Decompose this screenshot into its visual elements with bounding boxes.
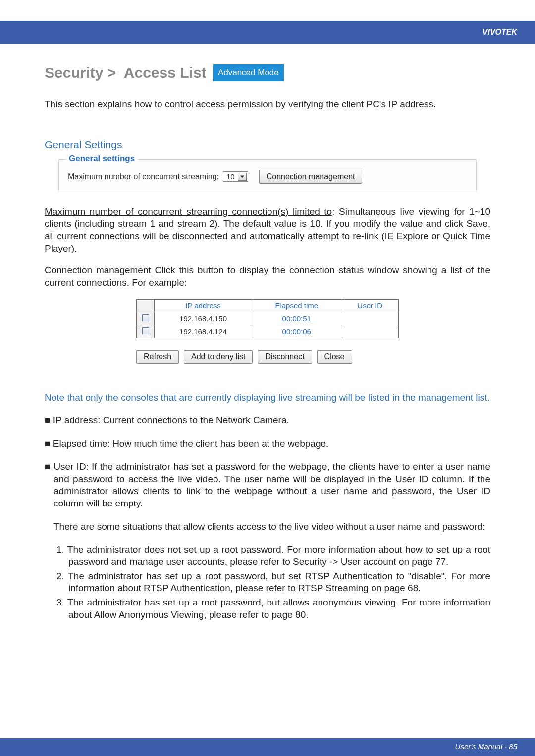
max-streaming-label: Maximum number of concurrent streaming: (68, 172, 219, 181)
row-checkbox-cell (137, 325, 155, 338)
page-footer: User's Manual - 85 (0, 738, 535, 756)
add-to-deny-list-button[interactable]: Add to deny list (184, 350, 253, 364)
checkbox-header (137, 299, 155, 312)
situation-3: 3. The administrator has set up a root p… (56, 597, 490, 621)
page-title: Security > Access List Advanced Mode (45, 64, 490, 81)
connection-management-button[interactable]: Connection management (259, 170, 363, 184)
brand-text: VIVOTEK (482, 28, 517, 36)
close-button[interactable]: Close (317, 350, 352, 364)
situation-1: 1. The administrator does not set up a r… (56, 544, 490, 568)
checkbox-icon[interactable] (142, 314, 149, 321)
ip-header: IP address (155, 299, 252, 312)
bullet-list: ■ IP address: Current connections to the… (45, 414, 490, 621)
elapsed-cell: 00:00:51 (252, 312, 341, 325)
page-content: Security > Access List Advanced Mode Thi… (0, 44, 535, 621)
general-settings-heading: General Settings (45, 139, 490, 151)
situation-2: 2. The administrator has set up a root p… (56, 570, 490, 595)
situations-list: 1. The administrator does not set up a r… (56, 544, 490, 621)
elapsed-time-bullet: ■ Elapsed time: How much time the client… (45, 438, 490, 450)
management-list-note: Note that only the consoles that are cur… (45, 392, 490, 404)
row-checkbox-cell (137, 312, 155, 325)
userid-cell (341, 312, 399, 325)
conn-mgmt-underline: Connection management (45, 265, 151, 275)
ip-cell: 192.168.4.150 (155, 312, 252, 325)
table-row: 192.168.4.150 00:00:51 (137, 312, 399, 325)
general-settings-row: Maximum number of concurrent streaming: … (68, 170, 467, 184)
max-streaming-dropdown[interactable]: 10 (223, 171, 248, 182)
elapsed-header: Elapsed time (252, 299, 341, 312)
chevron-down-icon (238, 173, 247, 181)
connection-table: IP address Elapsed time User ID 192.168.… (136, 299, 399, 338)
refresh-button[interactable]: Refresh (136, 350, 179, 364)
general-settings-panel: General settings Maximum number of concu… (58, 159, 477, 192)
userid-cell (341, 325, 399, 338)
footer-text: User's Manual - 85 (455, 742, 517, 751)
table-row: 192.168.4.124 00:00:06 (137, 325, 399, 338)
situations-lead: There are some situations that allow cli… (54, 521, 490, 533)
userid-header: User ID (341, 299, 399, 312)
top-whitespace (0, 0, 535, 21)
dropdown-value: 10 (224, 172, 238, 181)
title-text: Security > Access List (45, 64, 211, 81)
connection-table-wrapper: IP address Elapsed time User ID 192.168.… (136, 299, 399, 364)
max-conn-underline: Maximum number of concurrent streaming c… (45, 206, 332, 217)
advanced-mode-badge: Advanced Mode (214, 65, 283, 81)
elapsed-cell: 00:00:06 (252, 325, 341, 338)
disconnect-button[interactable]: Disconnect (258, 350, 312, 364)
checkbox-icon[interactable] (142, 327, 149, 334)
ip-address-bullet: ■ IP address: Current connections to the… (45, 414, 490, 427)
ip-cell: 192.168.4.124 (155, 325, 252, 338)
brand-bar: VIVOTEK (0, 21, 535, 44)
general-settings-legend: General settings (66, 154, 138, 164)
conn-mgmt-paragraph: Connection management Click this button … (45, 264, 490, 289)
max-conn-paragraph: Maximum number of concurrent streaming c… (45, 206, 490, 255)
user-id-bullet: ■ User ID: If the administrator has set … (45, 461, 490, 510)
table-button-row: Refresh Add to deny list Disconnect Clos… (136, 350, 399, 364)
table-header-row: IP address Elapsed time User ID (137, 299, 399, 312)
intro-paragraph: This section explains how to control acc… (45, 98, 490, 111)
